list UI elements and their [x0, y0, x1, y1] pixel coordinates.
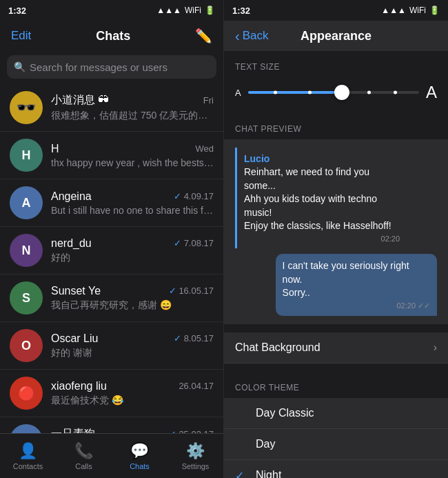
right-panel: 1:32 ▲▲▲ WiFi 🔋 ‹ Back Appearance TEXT S… — [224, 0, 448, 478]
slider-dot — [367, 91, 371, 94]
slider-thumb[interactable] — [334, 85, 349, 100]
chat-content: Angeina ✓ 4.09.17 But i still have no on… — [51, 190, 214, 216]
signal-icon: ▲▲▲ — [156, 6, 181, 15]
chat-header: Sunset Ye ✓ 16.05.17 — [51, 285, 214, 297]
right-status-icons: ▲▲▲ WiFi 🔋 — [381, 6, 440, 15]
chat-item[interactable]: N nerd_du ✓ 7.08.17 好的 — [0, 227, 223, 275]
chat-header: Angeina ✓ 4.09.17 — [51, 190, 214, 203]
tick-icon: ✓ — [174, 191, 184, 201]
tab-contacts[interactable]: 👤 Contacts — [0, 442, 56, 470]
sent-time-text: 02:20 — [396, 301, 416, 310]
theme-night[interactable]: ✓ Night — [224, 460, 448, 478]
right-signal-icon: ▲▲▲ — [381, 6, 406, 15]
slider-dot — [308, 91, 312, 94]
chat-preview: 最近偷技术党 😂 — [51, 395, 214, 407]
chat-content: Sunset Ye ✓ 16.05.17 我自己再研究研究，感谢 😄 — [51, 285, 214, 312]
avatar: 🔴 — [10, 377, 43, 410]
compose-icon[interactable]: ✏️ — [195, 28, 212, 44]
chat-name: Angeina — [51, 190, 92, 203]
chat-item[interactable]: O Oscar Liu ✓ 8.05.17 好的 谢谢 — [0, 322, 223, 370]
chat-item[interactable]: 🕶️ 小道消息 🕶 Fri 很难想象，估值超过 750 亿美元的金融巨头，居然在… — [0, 84, 223, 132]
chat-time: 26.04.17 — [179, 381, 214, 391]
theme-day[interactable]: Day — [224, 429, 448, 460]
text-size-slider[interactable] — [248, 91, 419, 94]
avatar: H — [10, 139, 43, 172]
small-a: A — [235, 88, 241, 98]
battery-icon: 🔋 — [205, 6, 215, 15]
chat-background-row[interactable]: Chat Background › — [224, 332, 448, 364]
left-panel: 1:32 ▲▲▲ WiFi 🔋 Edit Chats ✏️ 🔍 Search f… — [0, 0, 224, 478]
chat-item[interactable]: H H Wed thx happy new year , wish the be… — [0, 132, 223, 179]
chat-item[interactable]: A Angeina ✓ 4.09.17 But i still have no … — [0, 179, 223, 227]
chat-content: 小道消息 🕶 Fri 很难想象，估值超过 750 亿美元的金融巨头，居然在用病毒… — [51, 93, 214, 122]
avatar: 🕶️ — [10, 91, 43, 124]
chat-header: Oscar Liu ✓ 8.05.17 — [51, 332, 214, 345]
color-theme-section: COLOR THEME Day Classic Day ✓ Night Nigh… — [224, 372, 448, 478]
large-a: A — [426, 83, 437, 102]
theme-day-classic[interactable]: Day Classic — [224, 398, 448, 429]
text-size-row: A A — [224, 77, 448, 113]
color-theme-label: COLOR THEME — [224, 372, 448, 398]
chat-preview: But i still have no one to share this fe… — [51, 205, 214, 216]
edit-button[interactable]: Edit — [11, 29, 31, 43]
check-icon: ✓ — [235, 469, 247, 478]
search-bar[interactable]: 🔍 Search for messages or users — [7, 55, 216, 79]
chevron-left-icon: ‹ — [235, 28, 240, 44]
slider-dot — [274, 91, 277, 94]
chat-preview: 很难想象，估值超过 750 亿美元的金融巨头，居然在用病毒的方式进行对用户的..… — [51, 110, 214, 122]
text-size-label: TEXT SIZE — [224, 51, 448, 77]
chat-time: ✓ 7.08.17 — [174, 238, 214, 248]
chat-content: xiaofeng liu 26.04.17 最近偷技术党 😂 — [51, 380, 214, 407]
tab-chats[interactable]: 💬 Chats — [112, 442, 167, 470]
calls-label: Calls — [75, 462, 92, 470]
right-content: TEXT SIZE A A CHAT PREVIEW — [224, 51, 448, 478]
chat-header: 一只素狗 ✓ 25.03.17 — [51, 427, 214, 433]
chat-time: ✓ 16.05.17 — [169, 286, 214, 296]
avatar: N — [10, 234, 43, 267]
chat-name: nerd_du — [51, 237, 92, 250]
chevron-right-icon: › — [434, 341, 437, 354]
chat-preview: 好的 谢谢 — [51, 347, 214, 359]
tab-settings[interactable]: ⚙️ Settings — [167, 442, 223, 470]
right-status-bar: 1:32 ▲▲▲ WiFi 🔋 — [224, 0, 448, 21]
back-button[interactable]: ‹ Back — [235, 28, 268, 44]
right-time: 1:32 — [232, 6, 250, 16]
double-tick-icon: ✓✓ — [418, 301, 430, 310]
bottom-tabs: 👤 Contacts 📞 Calls 💬 Chats ⚙️ Settings — [0, 433, 223, 478]
chats-label: Chats — [130, 462, 150, 470]
received-text: Reinhart, we need to find you some...Ahh… — [244, 166, 400, 233]
chat-item[interactable]: 🔴 xiaofeng liu 26.04.17 最近偷技术党 😂 — [0, 370, 223, 417]
chat-item[interactable]: 一 一只素狗 ✓ 25.03.17 😊 Sticker — [0, 417, 223, 433]
tick-icon: ✓ — [174, 333, 184, 343]
theme-label: Day — [256, 438, 275, 450]
chat-item[interactable]: S Sunset Ye ✓ 16.05.17 我自己再研究研究，感谢 😄 — [0, 275, 223, 322]
chat-time: Fri — [203, 95, 214, 106]
chats-top-bar: Edit Chats ✏️ — [0, 21, 223, 51]
right-battery-icon: 🔋 — [429, 6, 440, 15]
left-status-icons: ▲▲▲ WiFi 🔋 — [156, 6, 215, 15]
chat-header: nerd_du ✓ 7.08.17 — [51, 237, 214, 250]
chat-preview: 我自己再研究研究，感谢 😄 — [51, 299, 214, 312]
settings-icon: ⚙️ — [186, 442, 205, 460]
chat-name: 一只素狗 — [51, 427, 95, 433]
chat-list: 🕶️ 小道消息 🕶 Fri 很难想象，估值超过 750 亿美元的金融巨头，居然在… — [0, 84, 223, 433]
avatar: O — [10, 329, 43, 362]
chat-background-label: Chat Background — [235, 341, 320, 354]
back-label: Back — [243, 29, 269, 43]
sent-bubble: I can't take you seriously right now.Sor… — [276, 254, 437, 316]
appearance-title: Appearance — [301, 29, 371, 43]
chat-preview-label: CHAT PREVIEW — [224, 113, 448, 139]
chat-content: Oscar Liu ✓ 8.05.17 好的 谢谢 — [51, 332, 214, 359]
avatar: 一 — [10, 424, 43, 433]
chat-content: H Wed thx happy new year , wish the best… — [51, 143, 214, 168]
tab-calls[interactable]: 📞 Calls — [56, 442, 112, 470]
avatar: S — [10, 281, 43, 315]
chat-time: ✓ 4.09.17 — [174, 191, 214, 201]
chat-header: 小道消息 🕶 Fri — [51, 93, 214, 108]
avatar: A — [10, 186, 43, 219]
calls-icon: 📞 — [74, 442, 93, 460]
chat-content: 一只素狗 ✓ 25.03.17 😊 Sticker — [51, 427, 214, 433]
chat-time: Wed — [196, 143, 214, 154]
chat-preview-content: Lucio Reinhart, we need to find you some… — [224, 139, 448, 324]
chat-name: xiaofeng liu — [51, 380, 107, 392]
